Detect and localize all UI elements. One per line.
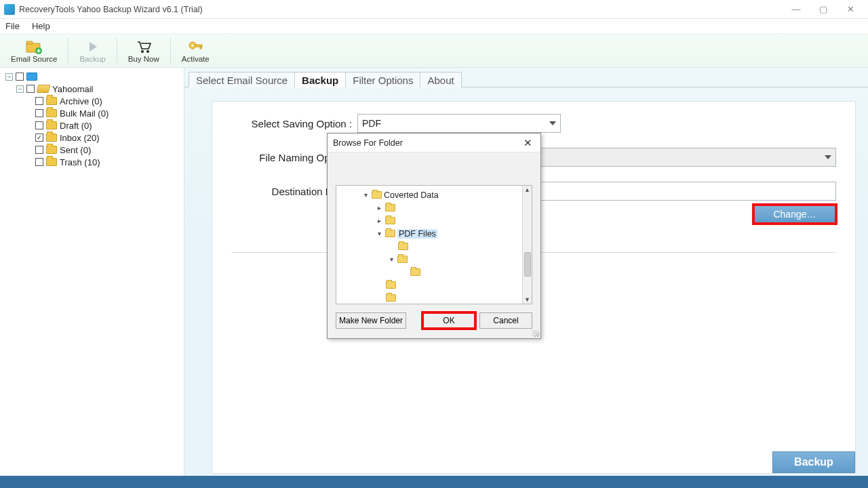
tool-backup: Backup bbox=[73, 37, 112, 64]
tool-email-source[interactable]: Email Source bbox=[4, 37, 64, 64]
checkbox[interactable] bbox=[35, 158, 43, 166]
chevron-down-icon[interactable]: ▾ bbox=[361, 191, 370, 199]
tree-item-archive[interactable]: Archive (0) bbox=[35, 95, 181, 107]
folder-icon bbox=[386, 281, 396, 289]
tool-label: Email Source bbox=[11, 55, 57, 63]
checkbox[interactable] bbox=[26, 85, 35, 93]
chevron-right-icon[interactable]: ▸ bbox=[375, 217, 383, 224]
folder-icon bbox=[46, 158, 57, 166]
toolbar-divider bbox=[117, 38, 117, 64]
tree-item-trash[interactable]: Trash (10) bbox=[35, 156, 181, 168]
tab-about[interactable]: About bbox=[420, 72, 461, 87]
tree-item-label: Archive (0) bbox=[60, 96, 102, 106]
folder-label-selected[interactable]: PDF Files bbox=[397, 229, 437, 239]
checkbox[interactable] bbox=[35, 121, 43, 129]
browse-folder-dialog: Browse For Folder ✕ ▾Coverted Data ▸ ▸ ▾… bbox=[327, 133, 541, 339]
play-icon bbox=[84, 39, 102, 55]
tab-strip: Select Email Source Backup Filter Option… bbox=[184, 69, 868, 87]
tool-buy-now[interactable]: Buy Now bbox=[121, 37, 166, 64]
ok-button[interactable]: OK bbox=[422, 312, 475, 329]
key-icon bbox=[186, 39, 204, 55]
tab-backup[interactable]: Backup bbox=[294, 72, 346, 87]
folder-icon bbox=[386, 294, 396, 302]
svg-rect-1 bbox=[26, 41, 33, 44]
folder-icon bbox=[397, 256, 408, 263]
toolbar-divider bbox=[170, 38, 171, 64]
tree-root[interactable]: – bbox=[5, 70, 181, 83]
tool-activate[interactable]: Activate bbox=[175, 37, 216, 64]
checkbox[interactable]: ✓ bbox=[35, 134, 43, 142]
folder-icon bbox=[46, 146, 57, 154]
tree-account-label: Yahoomail bbox=[52, 84, 93, 94]
make-new-folder-button[interactable]: Make New Folder bbox=[336, 312, 406, 329]
svg-point-4 bbox=[141, 50, 144, 53]
tree-account[interactable]: – Yahoomail bbox=[16, 83, 181, 95]
tree-item-label: Draft (0) bbox=[60, 121, 92, 131]
checkbox[interactable] bbox=[35, 146, 43, 154]
folder-icon bbox=[46, 97, 57, 105]
scrollbar[interactable]: ▲ ▼ bbox=[522, 186, 532, 304]
tool-label: Backup bbox=[79, 55, 105, 63]
menu-file[interactable]: File bbox=[5, 21, 20, 31]
folder-label[interactable]: Coverted Data bbox=[384, 190, 439, 200]
svg-point-7 bbox=[192, 44, 194, 46]
tool-label: Activate bbox=[182, 55, 210, 63]
collapse-icon[interactable]: – bbox=[16, 85, 24, 93]
chevron-down-icon[interactable]: ▾ bbox=[375, 230, 383, 237]
tree-item-label: Inbox (20) bbox=[60, 133, 100, 143]
chevron-right-icon[interactable]: ▸ bbox=[375, 204, 383, 211]
tab-filter-options[interactable]: Filter Options bbox=[345, 72, 420, 87]
dialog-titlebar[interactable]: Browse For Folder ✕ bbox=[328, 134, 540, 152]
window-titlebar: RecoveryTools Yahoo Backup Wizard v6.1 (… bbox=[0, 0, 868, 19]
folder-icon bbox=[385, 230, 395, 237]
checkbox[interactable] bbox=[35, 97, 43, 105]
collapse-icon[interactable]: – bbox=[5, 73, 13, 81]
saving-option-select[interactable]: PDF bbox=[357, 114, 561, 133]
tree-item-label: Sent (0) bbox=[60, 145, 91, 155]
folder-icon bbox=[372, 191, 382, 199]
dialog-title: Browse For Folder bbox=[333, 138, 403, 148]
scroll-up-icon[interactable]: ▲ bbox=[524, 186, 530, 194]
tree-item-label: Bulk Mail (0) bbox=[60, 108, 108, 119]
svg-rect-9 bbox=[200, 47, 201, 49]
minimize-button[interactable]: — bbox=[783, 1, 810, 18]
dialog-close-icon[interactable]: ✕ bbox=[521, 137, 535, 149]
svg-marker-3 bbox=[90, 42, 97, 52]
change-button[interactable]: Change… bbox=[753, 205, 836, 224]
folder-icon bbox=[398, 243, 408, 250]
tree-item-inbox[interactable]: ✓Inbox (20) bbox=[35, 131, 181, 144]
svg-point-5 bbox=[146, 50, 149, 53]
status-bar bbox=[0, 476, 868, 488]
app-icon bbox=[4, 4, 15, 15]
cancel-button[interactable]: Cancel bbox=[479, 312, 532, 329]
folder-icon bbox=[410, 268, 420, 276]
maximize-button[interactable]: ▢ bbox=[810, 1, 837, 18]
tree-item-draft[interactable]: Draft (0) bbox=[35, 119, 181, 131]
folder-icon bbox=[385, 204, 395, 211]
tree-item-label: Trash (10) bbox=[60, 157, 100, 167]
cart-icon bbox=[135, 39, 153, 55]
checkbox[interactable] bbox=[16, 73, 24, 81]
tree-item-sent[interactable]: Sent (0) bbox=[35, 144, 181, 156]
folder-icon bbox=[46, 134, 57, 142]
window-title: RecoveryTools Yahoo Backup Wizard v6.1 (… bbox=[19, 5, 203, 14]
close-button[interactable]: ✕ bbox=[837, 1, 864, 18]
menu-help[interactable]: Help bbox=[32, 21, 50, 31]
toolbar-divider bbox=[68, 38, 68, 64]
tab-select-source[interactable]: Select Email Source bbox=[189, 72, 295, 87]
menu-bar: File Help bbox=[0, 19, 868, 34]
chevron-down-icon[interactable]: ▾ bbox=[387, 256, 395, 263]
folder-tree-box[interactable]: ▾Coverted Data ▸ ▸ ▾PDF Files ▾ ▲ ▼ bbox=[336, 185, 532, 304]
scroll-thumb[interactable] bbox=[524, 252, 531, 277]
tree-item-bulk[interactable]: Bulk Mail (0) bbox=[35, 107, 181, 119]
backup-button[interactable]: Backup bbox=[772, 451, 855, 473]
toolbar: Email Source Backup Buy Now Activate bbox=[0, 34, 868, 68]
scroll-down-icon[interactable]: ▼ bbox=[524, 296, 530, 304]
folder-icon bbox=[46, 109, 57, 117]
folder-tree[interactable]: – – Yahoomail Archive (0) Bulk Mail (0) … bbox=[0, 68, 184, 476]
saving-option-label: Select Saving Option : bbox=[231, 118, 352, 129]
open-folder-icon bbox=[37, 85, 51, 93]
checkbox[interactable] bbox=[35, 109, 43, 117]
resize-grip-icon[interactable] bbox=[532, 330, 539, 337]
folder-icon bbox=[385, 217, 395, 224]
